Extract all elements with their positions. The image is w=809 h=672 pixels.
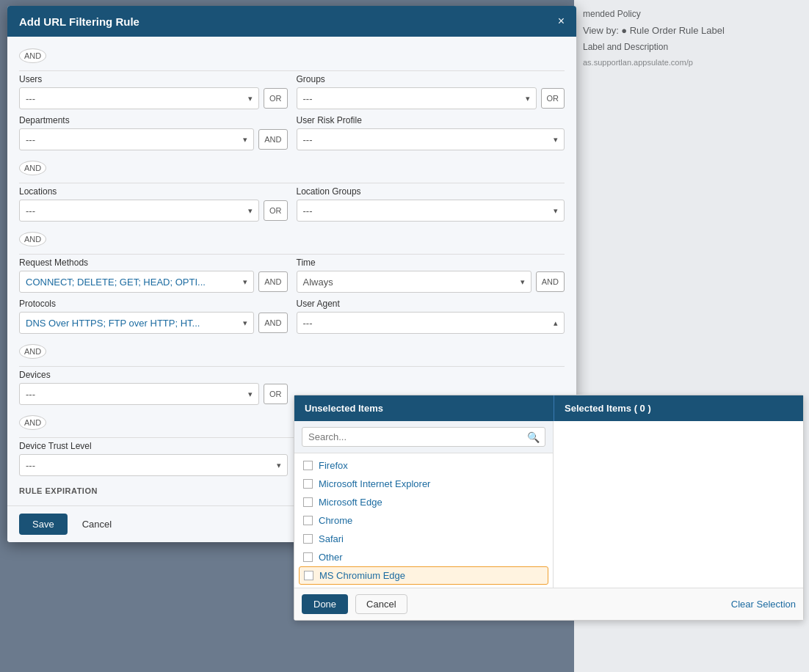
device-trust-field: Device Trust Level --- ▾ — [19, 441, 288, 476]
users-select[interactable]: --- ▾ — [19, 87, 259, 109]
dp-selected-title: Selected Items ( 0 ) — [554, 395, 803, 421]
dp-header: Unselected Items Selected Items ( 0 ) — [294, 395, 803, 421]
clear-selection-button[interactable]: Clear Selection — [731, 599, 796, 610]
bg-rule-icon: ● — [621, 25, 629, 36]
req-methods-chevron: ▾ — [243, 277, 247, 287]
req-time-row: Request Methods CONNECT; DELETE; GET; HE… — [19, 258, 565, 293]
proto-agent-row: Protocols DNS Over HTTPS; FTP over HTTP;… — [19, 299, 565, 334]
user-risk-label: User Risk Profile — [297, 115, 565, 125]
dp-checkbox[interactable] — [303, 552, 313, 562]
cancel-button[interactable]: Cancel — [75, 514, 119, 535]
dp-checkbox[interactable] — [303, 479, 313, 489]
groups-select[interactable]: --- ▾ — [297, 87, 537, 109]
location-groups-field: Location Groups --- ▾ — [297, 186, 565, 222]
dp-body: 🔍 FirefoxMicrosoft Internet ExplorerMicr… — [294, 421, 803, 588]
dp-unselected-body: 🔍 FirefoxMicrosoft Internet ExplorerMicr… — [294, 421, 554, 588]
proto-label: Protocols — [19, 299, 288, 309]
dp-list-item[interactable]: Chrome — [294, 511, 553, 530]
devices-select[interactable]: --- ▾ — [19, 383, 259, 405]
proto-wrapper: DNS Over HTTPS; FTP over HTTP; HT... ▾ A… — [19, 312, 288, 334]
dept-risk-row: Departments --- ▾ AND User Risk Profile … — [19, 115, 565, 150]
dept-select-wrapper: --- ▾ AND — [19, 128, 288, 150]
user-risk-chevron: ▾ — [554, 135, 558, 145]
dp-list: FirefoxMicrosoft Internet ExplorerMicros… — [294, 453, 553, 588]
dp-list-item[interactable]: MS Chromium Edge — [299, 566, 548, 585]
locations-field: Locations --- ▾ OR — [19, 186, 288, 222]
user-risk-select[interactable]: --- ▾ — [297, 128, 565, 150]
loc-groups-value: --- — [303, 205, 313, 216]
dp-list-item[interactable]: Microsoft Edge — [294, 493, 553, 511]
bg-rule-label: Rule Label — [679, 25, 725, 36]
locations-select[interactable]: --- ▾ — [19, 200, 259, 222]
devices-value: --- — [26, 389, 35, 400]
close-icon[interactable]: × — [558, 15, 565, 28]
loc-groups-chevron: ▾ — [554, 206, 558, 216]
search-input[interactable] — [302, 427, 545, 447]
modal-title: Add URL Filtering Rule — [19, 15, 139, 28]
loc-groups-label: Location Groups — [297, 186, 565, 197]
dp-list-item[interactable]: Other — [294, 548, 553, 566]
departments-field: Departments --- ▾ AND — [19, 115, 288, 150]
users-chevron: ▾ — [248, 94, 253, 103]
device-trust-chevron: ▾ — [277, 461, 281, 470]
protocols-select[interactable]: DNS Over HTTPS; FTP over HTTP; HT... ▾ — [19, 312, 254, 334]
or-badge-1: OR — [264, 88, 288, 109]
dp-checkbox[interactable] — [303, 497, 313, 507]
device-trust-select[interactable]: --- ▾ — [19, 454, 288, 476]
time-field: Time Always ▾ AND — [297, 258, 565, 293]
req-methods-wrapper: CONNECT; DELETE; GET; HEAD; OPTI... ▾ AN… — [19, 271, 288, 293]
and-badge-connector-1: AND — [258, 129, 287, 150]
done-button[interactable]: Done — [302, 594, 348, 614]
user-agent-select[interactable]: --- ▴ — [297, 312, 565, 334]
dp-checkbox[interactable] — [303, 516, 313, 525]
user-agent-dropdown: Unselected Items Selected Items ( 0 ) 🔍 … — [294, 395, 804, 621]
groups-chevron: ▾ — [526, 94, 530, 103]
dp-list-item[interactable]: Safari — [294, 530, 553, 548]
dp-checkbox[interactable] — [303, 461, 313, 470]
proto-value: DNS Over HTTPS; FTP over HTTP; HT... — [26, 318, 200, 329]
loc-row: Locations --- ▾ OR Location Groups --- ▾ — [19, 186, 565, 222]
dp-search-row: 🔍 — [294, 421, 553, 453]
groups-field: Groups --- ▾ OR — [297, 74, 565, 109]
dp-item-label: Microsoft Internet Explorer — [319, 478, 430, 489]
loc-groups-select[interactable]: --- ▾ — [297, 200, 565, 222]
user-risk-value: --- — [303, 134, 313, 145]
search-icon: 🔍 — [527, 431, 540, 443]
dept-select[interactable]: --- ▾ — [19, 128, 254, 150]
req-methods-select[interactable]: CONNECT; DELETE; GET; HEAD; OPTI... ▾ — [19, 271, 254, 293]
and-badge-1: AND — [19, 44, 565, 67]
locations-value: --- — [26, 205, 35, 216]
dp-selected-empty — [554, 421, 803, 433]
time-select[interactable]: Always ▾ — [297, 271, 532, 293]
locations-label: Locations — [19, 186, 288, 197]
protocols-field: Protocols DNS Over HTTPS; FTP over HTTP;… — [19, 299, 288, 334]
save-button[interactable]: Save — [19, 514, 68, 535]
dp-checkbox[interactable] — [303, 534, 313, 544]
devices-field: Devices --- ▾ OR — [19, 370, 288, 405]
user-agent-chevron-up: ▴ — [554, 318, 558, 328]
device-trust-label: Device Trust Level — [19, 441, 288, 451]
groups-select-wrapper: --- ▾ OR — [297, 87, 565, 109]
users-select-wrapper: --- ▾ OR — [19, 87, 288, 109]
users-groups-row: Users --- ▾ OR Groups --- ▾ OR — [19, 74, 565, 109]
dept-value: --- — [26, 134, 35, 145]
user-risk-field: User Risk Profile --- ▾ — [297, 115, 565, 150]
bg-view-by-label: View by: — [583, 25, 619, 36]
devices-label: Devices — [19, 370, 288, 380]
dp-checkbox[interactable] — [304, 571, 313, 580]
dp-list-item[interactable]: Firefox — [294, 456, 553, 475]
bg-policy-label: mended Policy — [583, 9, 800, 19]
device-trust-value: --- — [26, 460, 35, 471]
dept-label: Departments — [19, 115, 288, 125]
request-methods-field: Request Methods CONNECT; DELETE; GET; HE… — [19, 258, 288, 293]
dp-cancel-button[interactable]: Cancel — [355, 594, 407, 614]
and-badge-4: AND — [19, 340, 565, 363]
locations-chevron: ▾ — [248, 206, 253, 216]
and-badge-3: AND — [19, 227, 565, 251]
dp-footer: Done Cancel Clear Selection — [294, 588, 803, 620]
dp-list-item[interactable]: Microsoft Internet Explorer — [294, 475, 553, 493]
user-agent-value: --- — [303, 318, 313, 329]
time-value: Always — [303, 277, 333, 288]
dp-item-label: MS Chromium Edge — [319, 570, 405, 581]
or-badge-3: OR — [264, 200, 288, 221]
